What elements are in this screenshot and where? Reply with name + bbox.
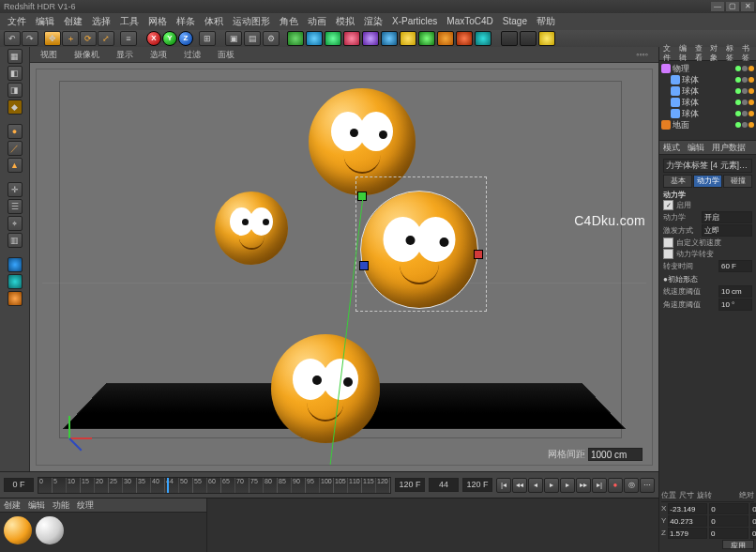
attr-htab-编辑[interactable]: 编辑 [688,143,704,153]
obj-tab-书签[interactable]: 书签 [742,44,752,62]
attr-tab-collision[interactable]: 碰撞 [723,175,752,188]
pos-y-input[interactable] [668,515,707,527]
prev-key-button[interactable]: ◂◂ [512,478,527,493]
move-tool[interactable]: ＋ [62,31,79,46]
render-settings-button[interactable]: ⚙ [263,31,280,46]
scene-icon[interactable] [418,31,435,46]
menu-文件[interactable]: 文件 [4,15,30,28]
ang-threshold-input[interactable] [718,299,752,311]
menu-模拟[interactable]: 模拟 [332,15,358,28]
grid-spacing-input[interactable] [588,448,643,461]
sphere-object-2[interactable] [215,192,288,265]
menu-样条[interactable]: 样条 [173,15,199,28]
obj-tab-编辑[interactable]: 编辑 [679,44,689,62]
maximize-button[interactable]: ▢ [726,2,739,11]
obj-tab-对象[interactable]: 对象 [710,44,720,62]
object-tag-dot[interactable] [735,111,741,116]
object-row[interactable]: 球体 [661,85,754,97]
render-view-button[interactable]: ▣ [225,31,242,46]
prev-frame-button[interactable]: ◂ [528,478,543,493]
pos-x-input[interactable] [668,503,707,514]
object-tag-dot[interactable] [742,77,748,83]
dynamics-icon[interactable] [475,31,491,46]
rot-p-input[interactable] [750,515,756,527]
lin-threshold-input[interactable] [718,285,752,298]
extra-icon[interactable] [538,31,555,46]
snap-button[interactable]: ⌖ [8,216,23,231]
menu-Stage[interactable]: Stage [499,15,531,28]
dynamics-mode-select[interactable] [702,211,752,223]
menu-角色[interactable]: 角色 [276,15,302,28]
light-icon[interactable] [400,31,416,46]
camera-icon[interactable] [381,31,398,46]
attr-tab-basic[interactable]: 基本 [663,175,692,188]
object-tag-dot[interactable] [748,111,754,116]
null-icon[interactable] [501,31,518,46]
to-end-button[interactable]: ▸| [592,478,607,493]
object-row[interactable]: 物理 [661,63,754,74]
viewport-menu-options[interactable]: 选项 [145,49,172,61]
menu-帮助[interactable]: 帮助 [533,15,559,28]
y-axis-toggle[interactable]: Y [162,31,177,46]
autokey-button[interactable]: ◎ [624,478,639,493]
attr-htab-模式[interactable]: 模式 [663,143,680,153]
object-row[interactable]: 球体 [661,108,754,119]
timeline-current-field[interactable]: 44 [429,478,459,492]
close-button[interactable]: ✕ [741,2,754,11]
object-row[interactable]: 球体 [661,74,754,85]
menu-动画[interactable]: 动画 [304,15,330,28]
transition-time-input[interactable] [718,260,752,272]
x-axis-toggle[interactable]: X [146,31,161,46]
menu-渲染[interactable]: 渲染 [360,15,386,28]
object-row[interactable]: 球体 [661,97,754,108]
select-tool[interactable]: ✥ [44,31,61,46]
polygon-mode-button[interactable]: ▲ [8,158,23,173]
custom-velocity-checkbox[interactable] [663,238,673,248]
coord-apply-button[interactable] [722,540,754,549]
viewport-menu-filter[interactable]: 过滤 [179,49,205,61]
object-tag-dot[interactable] [742,122,748,128]
mat-tab-创建[interactable]: 创建 [4,500,21,511]
object-tag-dot[interactable] [748,77,754,83]
object-tag-dot[interactable] [748,100,754,105]
object-tag-dot[interactable] [748,88,754,94]
timeline-track[interactable]: 0510152025303540445055606570758085909510… [38,477,391,494]
material-swatch-2[interactable] [36,516,64,544]
object-tag-dot[interactable] [742,66,748,71]
scale-tool[interactable]: ⤢ [98,31,114,46]
object-tag-dot[interactable] [735,66,741,71]
viewport-nav-icons[interactable]: ◦◦◦◦ [631,49,653,61]
object-tag-dot[interactable] [742,111,748,116]
play-button[interactable]: ▸ [544,478,559,493]
make-editable-button[interactable]: ▦ [8,49,23,64]
object-tag-dot[interactable] [742,100,748,105]
obj-tab-文件[interactable]: 文件 [663,44,673,62]
rot-b-input[interactable] [750,528,756,539]
next-key-button[interactable]: ▸▸ [576,478,591,493]
obj-tab-标签[interactable]: 标签 [726,44,736,62]
viewport-menu-panel[interactable]: 面板 [213,49,239,61]
object-row[interactable]: 地面 [661,119,754,130]
object-tag-dot[interactable] [735,100,741,105]
menu-选择[interactable]: 选择 [88,15,114,28]
object-tag-dot[interactable] [742,88,748,94]
edge-mode-button[interactable]: ／ [8,141,23,156]
object-tag-dot[interactable] [735,77,741,83]
mograph-icon[interactable] [437,31,454,46]
z-axis-toggle[interactable]: Z [178,31,193,46]
object-tag-dot[interactable] [748,122,754,128]
primitive-sphere-icon[interactable] [306,31,323,46]
timeline-start-field[interactable]: 0 F [4,478,34,492]
coord-tab-rot[interactable]: 旋转 [697,491,712,500]
render-picture-button[interactable]: ▤ [244,31,261,46]
size-z-input[interactable] [709,528,748,539]
menu-MaxToC4D[interactable]: MaxToC4D [443,15,496,28]
undo-button[interactable]: ↶ [4,31,21,46]
viewport-menu-cameras[interactable]: 摄像机 [69,49,104,61]
menu-网格[interactable]: 网格 [144,15,171,28]
axis-toggle-button[interactable]: ✛ [8,182,23,197]
viewport-menu-view[interactable]: 视图 [36,49,62,61]
coord-mode[interactable]: 绝对 [739,491,754,500]
object-mode-button[interactable]: ◆ [8,100,23,115]
record-button[interactable]: ● [608,478,623,493]
